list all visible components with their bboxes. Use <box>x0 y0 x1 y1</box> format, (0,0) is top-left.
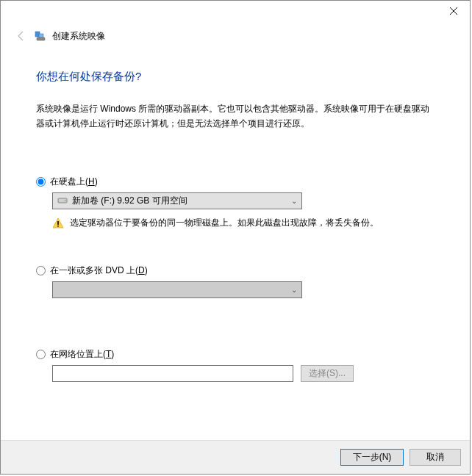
dialog-footer: 下一步(N) 取消 <box>1 440 470 474</box>
dialog-title: 创建系统映像 <box>52 30 105 43</box>
title-bar <box>1 1 470 24</box>
chevron-down-icon: ⌄ <box>291 197 297 205</box>
system-image-dialog: 创建系统映像 你想在何处保存备份? 系统映像是运行 Windows 所需的驱动器… <box>0 0 471 475</box>
main-heading: 你想在何处保存备份? <box>36 70 435 84</box>
network-input-row: 选择(S)... <box>52 365 435 382</box>
cancel-button[interactable]: 取消 <box>410 449 461 466</box>
back-arrow-icon <box>15 30 27 42</box>
close-button[interactable] <box>437 1 470 21</box>
svg-rect-6 <box>57 226 59 227</box>
option-hdd-row: 在硬盘上(H) <box>36 176 435 188</box>
radio-hdd[interactable] <box>36 177 46 187</box>
option-network-label[interactable]: 在网络位置上(T) <box>50 348 114 361</box>
dvd-drive-dropdown: ⌄ <box>52 281 302 298</box>
radio-dvd[interactable] <box>36 266 46 275</box>
network-path-input[interactable] <box>52 365 293 382</box>
svg-rect-5 <box>57 221 59 225</box>
svg-rect-2 <box>37 37 45 40</box>
warning-icon <box>52 217 64 229</box>
app-icon <box>35 30 46 42</box>
back-button <box>14 29 29 43</box>
chevron-down-icon: ⌄ <box>291 286 297 294</box>
svg-point-4 <box>65 200 66 201</box>
option-dvd-row: 在一张或多张 DVD 上(D) <box>36 264 435 277</box>
option-dvd-label[interactable]: 在一张或多张 DVD 上(D) <box>50 264 148 277</box>
option-hdd-label[interactable]: 在硬盘上(H) <box>50 176 98 188</box>
drive-icon <box>57 195 68 206</box>
select-location-button: 选择(S)... <box>301 365 354 382</box>
content-area: 你想在何处保存备份? 系统映像是运行 Windows 所需的驱动器副本。它也可以… <box>1 43 470 382</box>
hdd-selected-text: 新加卷 (F:) 9.92 GB 可用空间 <box>72 195 187 207</box>
hdd-drive-dropdown[interactable]: 新加卷 (F:) 9.92 GB 可用空间 ⌄ <box>52 192 302 209</box>
hdd-warning-row: 选定驱动器位于要备份的同一物理磁盘上。如果此磁盘出现故障，将丢失备份。 <box>52 217 435 229</box>
close-icon <box>450 7 457 15</box>
option-network-row: 在网络位置上(T) <box>36 348 435 361</box>
radio-network[interactable] <box>36 350 46 359</box>
next-button[interactable]: 下一步(N) <box>340 449 404 466</box>
hdd-warning-text: 选定驱动器位于要备份的同一物理磁盘上。如果此磁盘出现故障，将丢失备份。 <box>70 217 379 229</box>
header-row: 创建系统映像 <box>1 24 470 43</box>
description-text: 系统映像是运行 Windows 所需的驱动器副本。它也可以包含其他驱动器。系统映… <box>36 101 435 131</box>
